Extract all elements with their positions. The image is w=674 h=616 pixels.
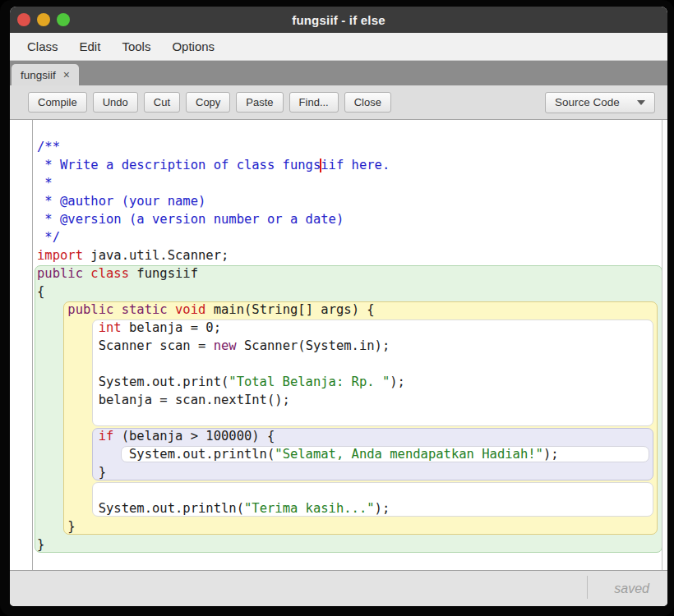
chevron-down-icon: [637, 100, 645, 105]
code-token: [37, 320, 99, 335]
code-line: *: [10, 174, 661, 192]
scrollbar-track[interactable]: [662, 120, 667, 570]
code-token: * Write a description of class fungs: [37, 158, 321, 172]
code-token: "Terima kasih...": [244, 501, 375, 516]
status-bar: saved: [10, 570, 667, 606]
tab-strip: fungsiif×: [10, 61, 667, 85]
code-token: System.out.println(: [37, 447, 275, 462]
code-line: System.out.println("Selamat, Anda mendap…: [10, 445, 661, 463]
code-token: class: [90, 266, 129, 281]
menu-item-options[interactable]: Options: [161, 33, 225, 60]
window-frame: fungsiif - if else ClassEditToolsOptions…: [0, 0, 674, 616]
code-token: */: [37, 230, 60, 245]
code-line: [10, 481, 661, 499]
compile-button[interactable]: Compile: [28, 92, 87, 113]
code-token: Scanner scan =: [37, 338, 214, 353]
close-button[interactable]: [17, 13, 30, 26]
menu-bar: ClassEditToolsOptions: [10, 33, 667, 61]
code-token: [37, 429, 99, 444]
tab-fungsiif[interactable]: fungsiif×: [12, 64, 79, 85]
code-token: System.out.println(: [37, 501, 244, 516]
toolbar: CompileUndoCutCopyPasteFind...Close Sour…: [10, 85, 667, 120]
menu-item-tools[interactable]: Tools: [111, 33, 161, 60]
code-token: belanja = 0;: [122, 320, 221, 335]
cut-button[interactable]: Cut: [144, 92, 180, 113]
code-token: void: [175, 302, 205, 317]
code-line: /**: [10, 138, 661, 156]
code-editor[interactable]: /** * Write a description of class fungs…: [10, 120, 667, 570]
code-token: new: [214, 338, 237, 353]
code-line: */: [10, 228, 661, 246]
window-controls: [17, 13, 70, 26]
undo-button[interactable]: Undo: [93, 92, 138, 113]
code-token: );: [390, 375, 405, 389]
copy-button[interactable]: Copy: [186, 92, 230, 113]
view-selector-value: Source Code: [555, 96, 620, 108]
code-token: System.out.print(: [37, 375, 229, 389]
code-line: {: [10, 283, 661, 301]
code-line: * @author (your name): [10, 192, 661, 210]
code-token: (belanja > 100000) {: [113, 429, 275, 444]
code-token: );: [543, 447, 559, 462]
maximize-button[interactable]: [57, 13, 70, 26]
code-line: public class fungsiif: [10, 264, 661, 283]
save-status-label: saved: [614, 582, 649, 596]
editor-window: fungsiif - if else ClassEditToolsOptions…: [10, 7, 667, 606]
code-line: [10, 355, 661, 373]
code-token: int: [99, 320, 122, 335]
menu-item-edit[interactable]: Edit: [69, 33, 112, 60]
code-line: public static void main(String[] args) {: [10, 301, 661, 319]
title-bar[interactable]: fungsiif - if else: [10, 7, 667, 33]
code-token: java.util.Scanner;: [83, 248, 229, 263]
code-token: * @author (your name): [37, 194, 205, 209]
code-line: [10, 409, 661, 427]
code-token: /**: [37, 140, 60, 154]
code-line: belanja = scan.nextInt();: [10, 391, 661, 409]
code-token: import: [37, 248, 83, 263]
code-line: int belanja = 0;: [10, 319, 661, 337]
paste-button[interactable]: Paste: [236, 92, 283, 113]
code-line: }: [10, 517, 661, 536]
code-token: belanja = scan.nextInt();: [37, 393, 290, 407]
code-token: "Total Belanja: Rp. ": [229, 375, 390, 389]
code-token: }: [37, 465, 106, 480]
code-token: "Selamat, Anda mendapatkan Hadiah!": [275, 447, 543, 462]
tab-label: fungsiif: [21, 69, 56, 81]
menu-item-class[interactable]: Class: [16, 33, 69, 60]
window-title: fungsiif - if else: [292, 13, 385, 27]
code-line: * @version (a version number or a date): [10, 210, 661, 228]
status-divider: [587, 576, 588, 599]
close-button[interactable]: Close: [344, 92, 391, 113]
code-token: [37, 302, 67, 317]
code-token: [83, 266, 90, 281]
code-line: System.out.print("Total Belanja: Rp. ");: [10, 373, 661, 391]
code-line: if (belanja > 100000) {: [10, 427, 661, 445]
code-token: fungsiif: [129, 266, 198, 281]
view-selector-dropdown[interactable]: Source Code: [545, 92, 655, 113]
code-token: *: [37, 176, 53, 191]
code-line: System.out.println("Terima kasih...");: [10, 499, 661, 517]
code-line: }: [10, 536, 661, 554]
minimize-button[interactable]: [37, 13, 50, 26]
code-token: iif here.: [321, 158, 390, 172]
code-token: * @version (a version number or a date): [37, 212, 344, 227]
tab-close-icon[interactable]: ×: [63, 69, 70, 80]
code-token: main(String[] args) {: [205, 302, 374, 317]
code-token: [168, 302, 175, 317]
code-line: * Write a description of class fungsiif …: [10, 156, 661, 174]
code-token: Scanner(System.in);: [237, 338, 390, 353]
find-button[interactable]: Find...: [289, 92, 339, 113]
code-line: }: [10, 463, 661, 481]
code-token: );: [375, 501, 390, 516]
code-area[interactable]: /** * Write a description of class fungs…: [10, 138, 661, 554]
code-token: }: [37, 519, 76, 534]
code-line: import java.util.Scanner;: [10, 246, 661, 264]
code-token: {: [37, 284, 44, 299]
code-token: if: [99, 429, 114, 444]
code-token: public static: [67, 302, 167, 317]
code-token: public: [37, 266, 83, 281]
code-token: }: [37, 537, 44, 552]
code-line: Scanner scan = new Scanner(System.in);: [10, 337, 661, 355]
